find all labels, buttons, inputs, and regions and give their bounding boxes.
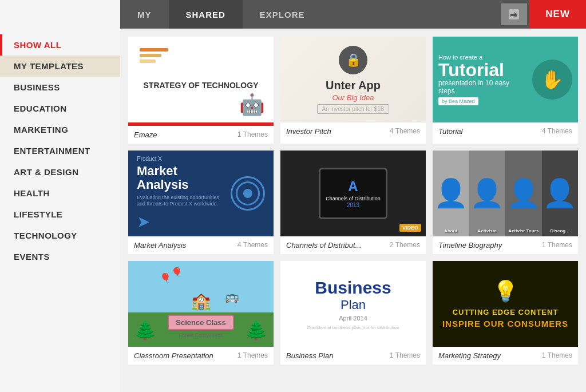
card-info-channels: Channels of Distribut... 2 Themes xyxy=(280,236,426,254)
sidebar-item-lifestyle[interactable]: LIFESTYLE xyxy=(0,204,120,225)
new-button[interactable]: NEW xyxy=(529,0,586,29)
sidebar-item-health[interactable]: HEALTH xyxy=(0,183,120,204)
person-icon-3: 👤 xyxy=(542,151,579,236)
sidebar-item-show-all[interactable]: SHOW ALL xyxy=(0,34,120,56)
card-tutorial[interactable]: How to create a Tutorial presentation in… xyxy=(433,37,578,144)
person-icon-0: 👤 xyxy=(433,151,469,236)
person-icon-1: 👤 xyxy=(469,151,506,236)
card-title-timeline-biography: Timeline Biography xyxy=(438,241,502,250)
sidebar-item-education[interactable]: EDUCATION xyxy=(0,98,120,119)
card-timeline-biography[interactable]: 👤 About 👤 Activism 👤 Activist Tours 👤 Di… xyxy=(433,151,578,254)
tab-shared[interactable]: SHARED xyxy=(169,0,243,29)
card-market-analysis[interactable]: Product X Market Analysis Evaluating the… xyxy=(128,151,274,254)
sidebar-item-marketing[interactable]: MARKETING xyxy=(0,119,120,140)
card-thumb-market-analysis: Product X Market Analysis Evaluating the… xyxy=(128,151,274,236)
timeline-label-2: Activist Tours xyxy=(508,228,539,233)
bulb-icon: 💡 xyxy=(493,279,518,303)
marketing-line1: CUTTING EDGE CONTENT xyxy=(453,308,559,316)
card-channels[interactable]: A Channels of Distribution 2013 VIDEO Ch… xyxy=(280,151,426,254)
tree-icon-1: 🌲 xyxy=(134,319,157,341)
balloon-icon-2: 🎈 xyxy=(171,267,183,278)
person-icon-2: 👤 xyxy=(505,151,542,236)
channels-tablet: A Channels of Distribution 2013 xyxy=(319,168,387,219)
card-thumb-tutorial: How to create a Tutorial presentation in… xyxy=(433,37,578,122)
ppt-button[interactable]: PPT xyxy=(501,3,527,25)
main-content: MYSHAREDEXPLOREPPTNEW STRATEGY OF TECHNO… xyxy=(120,0,586,392)
sidebar-item-technology[interactable]: TECHNOLOGY xyxy=(0,225,120,246)
sidebar-item-art-design[interactable]: ART & DESIGN xyxy=(0,161,120,183)
card-themes-timeline-biography: 1 Themes xyxy=(542,241,572,250)
market-arrow-icon: ➤ xyxy=(137,212,225,231)
card-title-investor-pitch: Investor Pitch xyxy=(286,127,331,136)
card-investor-pitch[interactable]: 🔒 Unter App Our Big Idea An investor pit… xyxy=(280,37,426,144)
card-themes-tutorial: 4 Themes xyxy=(542,127,572,136)
sidebar-item-entertainment[interactable]: ENTERTAINMENT xyxy=(0,140,120,161)
emaze-text: STRATEGY OF TECHNOLOGY xyxy=(144,80,259,90)
classroom-banner: Science Class xyxy=(168,315,233,330)
tab-my[interactable]: MY xyxy=(120,0,169,29)
card-title-classroom: Classroom Presentation xyxy=(134,351,213,360)
card-classroom[interactable]: 🎈 🎈 🚌 🌲 🌲 🏫 Science Class Forest Ecosyst… xyxy=(128,261,274,365)
investor-icon: 🔒 xyxy=(339,46,367,74)
card-grid: STRATEGY OF TECHNOLOGY 🤖 Emaze 1 Themes … xyxy=(120,29,586,373)
card-title-tutorial: Tutorial xyxy=(438,127,462,136)
tutorial-by: by Bea Mazed xyxy=(438,97,478,105)
tree-icon-2: 🌲 xyxy=(245,319,268,341)
timeline-col-1: 👤 Activism xyxy=(469,151,506,236)
balloon-icon-1: 🎈 xyxy=(160,272,171,283)
sidebar-item-business[interactable]: BUSINESS xyxy=(0,77,120,98)
card-title-market-analysis: Market Analysis xyxy=(134,241,186,250)
channels-letter: A xyxy=(348,179,358,195)
business-title: Business xyxy=(315,278,391,298)
tab-bar: MYSHAREDEXPLOREPPTNEW xyxy=(120,0,586,29)
card-themes-business-plan: 1 Themes xyxy=(390,351,420,360)
card-title-business-plan: Business Plan xyxy=(286,351,333,360)
card-business-plan[interactable]: Business Plan April 2014 Confidential bu… xyxy=(280,261,426,365)
channels-title: Channels of Distribution xyxy=(326,196,381,202)
sidebar: SHOW ALLMY TEMPLATESBUSINESSEDUCATIONMAR… xyxy=(0,0,120,392)
card-thumb-classroom: 🎈 🎈 🚌 🌲 🌲 🏫 Science Class Forest Ecosyst… xyxy=(128,261,274,347)
card-thumb-investor-pitch: 🔒 Unter App Our Big Idea An investor pit… xyxy=(280,37,426,122)
card-info-business-plan: Business Plan 1 Themes xyxy=(280,347,426,365)
business-date: April 2014 xyxy=(339,315,367,322)
card-thumb-business-plan: Business Plan April 2014 Confidential bu… xyxy=(280,261,426,347)
card-title-channels: Channels of Distribut... xyxy=(286,241,362,250)
market-small: Product X xyxy=(137,156,225,162)
tutorial-med: presentation in 10 easy steps xyxy=(438,79,526,95)
business-plan: Plan xyxy=(340,298,366,312)
sidebar-item-my-templates[interactable]: MY TEMPLATES xyxy=(0,56,120,77)
card-info-investor-pitch: Investor Pitch 4 Themes xyxy=(280,122,426,140)
card-themes-channels: 2 Themes xyxy=(390,241,420,250)
market-big: Market Analysis xyxy=(137,164,225,192)
video-badge: VIDEO xyxy=(399,224,421,232)
classroom-sub: Forest Ecosystems xyxy=(179,332,223,338)
business-disclaimer: Confidential business plan, not for dist… xyxy=(307,325,399,330)
market-target-icon xyxy=(231,176,265,211)
card-info-emaze: Emaze 1 Themes xyxy=(128,124,274,144)
tutorial-big: Tutorial xyxy=(438,61,526,79)
card-info-timeline-biography: Timeline Biography 1 Themes xyxy=(433,236,578,254)
card-title-emaze: Emaze xyxy=(134,130,157,139)
tab-right-actions: PPTNEW xyxy=(501,0,586,29)
card-thumb-marketing-strategy: 💡 CUTTING EDGE CONTENT INSPIRE OUR CONSU… xyxy=(433,261,578,347)
card-info-market-analysis: Market Analysis 4 Themes xyxy=(128,236,274,254)
card-info-classroom: Classroom Presentation 1 Themes xyxy=(128,347,274,365)
timeline-col-2: 👤 Activist Tours xyxy=(505,151,542,236)
timeline-label-0: About xyxy=(444,228,457,233)
investor-title: Unter App xyxy=(326,79,381,92)
marketing-line2: INSPIRE OUR CONSUMERS xyxy=(442,319,568,328)
tutorial-hand-icon: ✋ xyxy=(532,60,572,100)
card-themes-classroom: 1 Themes xyxy=(237,351,268,360)
timeline-col-3: 👤 Discog... xyxy=(542,151,579,236)
investor-sub: Our Big Idea xyxy=(332,93,374,102)
card-emaze[interactable]: STRATEGY OF TECHNOLOGY 🤖 Emaze 1 Themes xyxy=(128,37,274,144)
card-themes-emaze: 1 Themes xyxy=(237,130,268,139)
bus-icon: 🚌 xyxy=(225,290,239,303)
tab-explore[interactable]: EXPLORE xyxy=(243,0,322,29)
card-marketing-strategy[interactable]: 💡 CUTTING EDGE CONTENT INSPIRE OUR CONSU… xyxy=(433,261,578,365)
sidebar-item-events[interactable]: EVENTS xyxy=(0,246,120,267)
channels-year: 2013 xyxy=(347,202,359,208)
market-desc: Evaluating the existing opportunities an… xyxy=(137,195,225,208)
investor-desc: An investor pitch for $1B xyxy=(317,104,390,114)
card-themes-marketing-strategy: 1 Themes xyxy=(542,351,572,360)
